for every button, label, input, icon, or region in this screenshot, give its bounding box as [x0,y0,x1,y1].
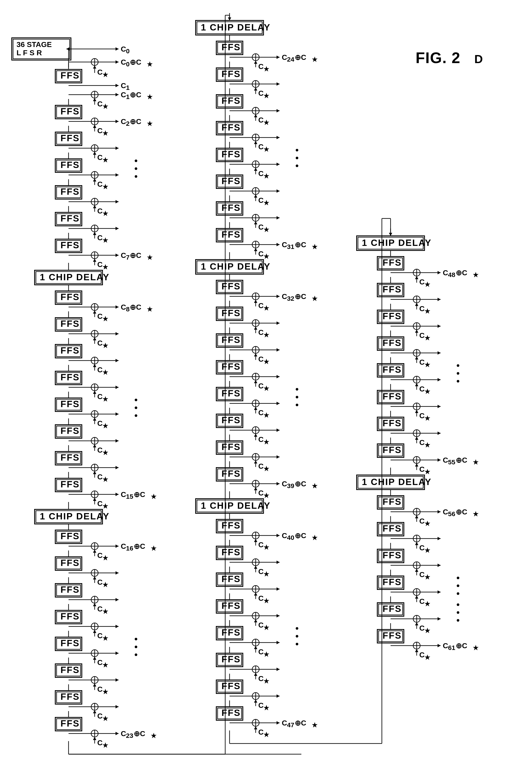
svg-text:★: ★ [103,422,108,429]
svg-text:C: C [97,233,103,242]
svg-marker-577 [277,560,280,564]
svg-text:C: C [258,355,264,363]
svg-marker-268 [116,598,119,601]
svg-marker-508 [254,407,257,410]
svg-text:C: C [258,435,264,443]
svg-marker-482 [277,348,280,351]
svg-marker-603 [254,619,257,622]
svg-marker-674 [415,276,418,279]
svg-marker-92 [93,205,96,208]
svg-text:C: C [258,301,264,310]
svg-text:⊕C: ⊕C [130,251,141,259]
svg-text:★: ★ [263,253,269,260]
svg-text:★: ★ [263,624,269,631]
svg-marker-655 [254,726,257,729]
svg-text:★: ★ [103,71,108,78]
svg-text:★: ★ [263,411,269,419]
ellipsis-icon [135,160,137,162]
svg-marker-246 [93,550,96,553]
svg-text:FFS: FFS [222,520,241,530]
svg-text:★: ★ [263,304,269,312]
svg-marker-435 [277,243,280,246]
svg-text:C: C [258,223,264,231]
svg-text:★: ★ [103,715,108,722]
svg-marker-845 [415,649,418,652]
svg-marker-775 [438,510,441,513]
svg-text:⊕C: ⊕C [134,490,145,499]
svg-text:C: C [121,729,126,738]
svg-text:★: ★ [151,732,157,739]
svg-marker-649 [277,721,280,724]
svg-text:C: C [121,251,126,259]
svg-marker-839 [438,644,441,647]
svg-text:C: C [419,438,425,446]
ellipsis-icon [135,653,137,656]
svg-marker-334 [93,737,96,740]
svg-text:16: 16 [126,545,133,552]
svg-text:⊕C: ⊕C [295,240,306,249]
svg-text:C: C [97,68,103,76]
svg-text:⊕C: ⊕C [295,719,306,727]
svg-text:C: C [97,366,103,374]
svg-text:★: ★ [263,704,269,711]
svg-marker-815 [438,590,441,593]
svg-text:⊕C: ⊕C [295,531,306,540]
svg-text:★: ★ [151,493,157,500]
svg-marker-377 [254,114,257,117]
svg-text:C: C [97,312,103,320]
svg-text:C: C [97,712,103,720]
svg-text:C: C [419,385,425,393]
svg-text:FFS: FFS [61,638,80,648]
ellipsis-icon [135,414,137,417]
ellipsis-icon [296,157,298,159]
svg-marker-347 [277,55,280,59]
svg-text:★: ★ [103,183,108,190]
svg-text:C: C [258,728,264,736]
svg-text:★: ★ [103,130,108,136]
svg-marker-496 [254,380,257,383]
svg-marker-817 [415,595,418,599]
ellipsis-icon [135,175,137,178]
svg-text:1 CHIP DELAY: 1 CHIP DELAY [362,477,432,487]
svg-text:C: C [419,304,425,313]
svg-text:⊕C: ⊕C [130,303,141,311]
svg-text:⊕C: ⊕C [134,729,145,738]
svg-marker-399 [277,163,280,166]
ellipsis-icon [296,388,298,391]
svg-text:C: C [97,446,103,454]
svg-marker-722 [415,383,418,386]
svg-marker-104 [93,232,96,235]
svg-text:0: 0 [126,60,130,68]
svg-marker-710 [415,356,418,359]
svg-marker-472 [254,327,257,330]
svg-text:FFS: FFS [61,70,80,80]
svg-text:C: C [258,250,264,258]
svg-text:C: C [97,631,103,640]
svg-text:C: C [121,91,126,99]
svg-marker-304 [116,678,119,681]
ellipsis-icon [457,372,459,375]
svg-marker-151 [93,337,96,340]
svg-text:FFS: FFS [222,96,241,106]
svg-text:★: ★ [263,385,269,392]
svg-text:★: ★ [103,476,108,483]
svg-marker-684 [438,298,441,301]
svg-text:FFS: FFS [222,708,241,718]
svg-text:C: C [258,489,264,497]
svg-text:FFS: FFS [222,202,241,213]
svg-text:FFS: FFS [61,479,80,489]
figure-suffix: D [474,52,483,66]
svg-marker-746 [415,437,418,440]
svg-text:1: 1 [126,84,130,91]
svg-text:47: 47 [287,721,294,729]
svg-text:C: C [258,701,264,709]
svg-text:★: ★ [103,581,108,588]
figure-label: FIG. 2 [416,49,460,66]
svg-text:★: ★ [103,156,108,164]
svg-marker-161 [116,359,119,362]
svg-text:C: C [419,597,425,605]
svg-text:C: C [258,567,264,576]
svg-text:★: ★ [312,534,318,541]
svg-text:★: ★ [425,468,430,475]
svg-text:★: ★ [103,554,108,561]
